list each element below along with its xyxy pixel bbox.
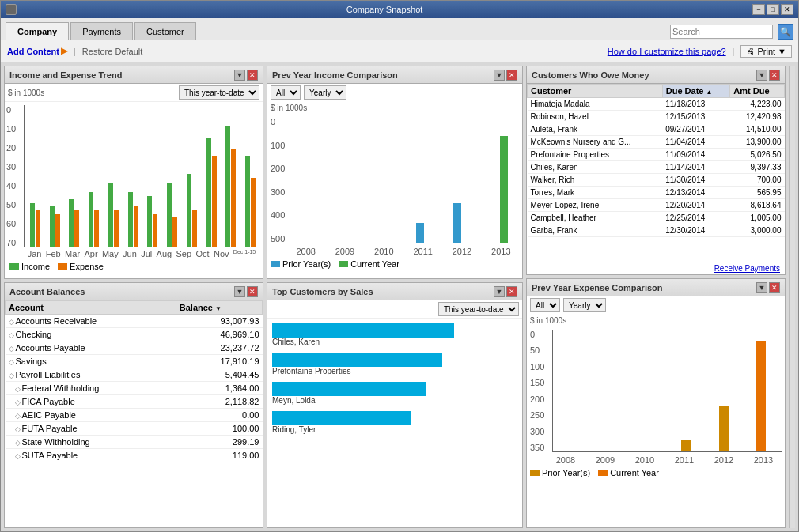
- y-axis-labels: 70 60 50 40 30 20 10 0: [6, 105, 24, 247]
- account-balances-header: Account Balances ▼ ✕: [5, 283, 263, 300]
- customize-link[interactable]: How do I customize this page?: [608, 47, 726, 56]
- prev-expense-chart: 350 300 250 200 150 100 50 0: [530, 330, 782, 452]
- toolbar: Add Content ▶ | Restore Default How do I…: [1, 40, 798, 62]
- customer-name-4: Riding, Tyler: [272, 425, 517, 434]
- customer-bar-item: Meyn, Loida: [272, 382, 517, 405]
- close-top-customers-button[interactable]: ✕: [506, 286, 517, 297]
- owe-table-scroll[interactable]: Customer Due Date ▲ Amt Due Himateja Mad…: [527, 84, 785, 262]
- prev-expense-legend: Prior Year(s) Current Year: [527, 465, 785, 481]
- balance-col-header[interactable]: Balance ▼: [176, 301, 262, 315]
- add-content-button[interactable]: Add Content ▶: [7, 46, 67, 56]
- x-axis-labels: Jan Feb Mar Apr May Jun Jul Aug Sep Oct …: [6, 249, 261, 258]
- search-input[interactable]: [670, 25, 773, 39]
- account-col-header[interactable]: Account: [6, 301, 176, 315]
- owe-due-date-col[interactable]: Due Date ▲: [662, 85, 730, 98]
- middle-column: Prev Year Income Comparison ▼ ✕ All Year…: [267, 66, 523, 528]
- prev-year-expense-title: Prev Year Expense Comparison: [532, 283, 663, 292]
- income-expense-title: Income and Expense Trend: [9, 70, 122, 80]
- left-column: Income and Expense Trend ▼ ✕ $ in 1000s …: [4, 66, 263, 528]
- chart-legend: Income Expense: [6, 258, 261, 274]
- prev-income-yearly-select[interactable]: Yearly: [304, 85, 346, 100]
- prev-expense-y-label: $ in 1000s: [530, 316, 566, 325]
- top-customers-toolbar: This year-to-date: [267, 300, 522, 319]
- account-row: ◇FUTA Payable 100.00: [6, 422, 263, 436]
- receive-payments-link[interactable]: Receive Payments: [714, 264, 780, 273]
- owe-amt-col[interactable]: Amt Due: [730, 85, 785, 98]
- customer-bar-item: Prefontaine Properties: [272, 353, 517, 375]
- prev-year-expense-header: Prev Year Expense Comparison ▼ ✕: [527, 279, 785, 296]
- owe-row: Torres, Mark 12/13/2014 565.95: [528, 187, 785, 199]
- tab-customer[interactable]: Customer: [134, 22, 196, 40]
- income-expense-panel: Income and Expense Trend ▼ ✕ $ in 1000s …: [4, 66, 263, 279]
- prev-income-legend: Prior Year(s) Current Year: [267, 256, 522, 272]
- customer-name-3: Meyn, Loida: [272, 396, 517, 405]
- top-customers-header: Top Customers by Sales ▼ ✕: [267, 283, 522, 300]
- close-owe-button[interactable]: ✕: [769, 70, 780, 81]
- customer-bar-item: Riding, Tyler: [272, 411, 517, 434]
- owe-row: Chiles, Karen 11/14/2014 9,397.33: [528, 161, 785, 174]
- customers-owe-header: Customers Who Owe Money ▼ ✕: [527, 66, 785, 84]
- prev-income-chart: 500 400 300 200 100 0: [271, 117, 519, 243]
- prev-income-all-select[interactable]: All: [271, 85, 301, 100]
- owe-row: Garba, Frank 12/30/2014 3,000.00: [528, 224, 785, 237]
- account-row: ◇Checking 46,969.10: [6, 328, 263, 341]
- owe-row: Himateja Madala 11/18/2013 4,223.00: [528, 98, 785, 111]
- account-row: ◇Federal Withholding 1,364.00: [6, 382, 263, 395]
- owe-table: Customer Due Date ▲ Amt Due Himateja Mad…: [527, 84, 785, 237]
- right-column: Customers Who Owe Money ▼ ✕ Customer Due…: [526, 66, 786, 528]
- y-axis-label: $ in 1000s: [8, 89, 44, 97]
- customer-bar-1: [272, 323, 454, 338]
- tab-payments[interactable]: Payments: [70, 22, 133, 40]
- close-prev-expense-button[interactable]: ✕: [769, 282, 780, 293]
- bars-container: [24, 105, 261, 247]
- main-content: Income and Expense Trend ▼ ✕ $ in 1000s …: [1, 62, 798, 531]
- account-row: ◇Savings 17,910.19: [6, 355, 263, 368]
- customers-owe-title: Customers Who Owe Money: [532, 70, 649, 80]
- collapse-button[interactable]: ▼: [234, 70, 245, 81]
- expense-legend-color: [58, 263, 67, 270]
- owe-row: Auleta, Frank 09/27/2014 14,510.00: [528, 123, 785, 136]
- account-row: ◇Accounts Payable 23,237.72: [6, 341, 263, 355]
- prev-year-income-header: Prev Year Income Comparison ▼ ✕: [267, 66, 522, 84]
- top-customers-date-select[interactable]: This year-to-date: [438, 302, 519, 316]
- customer-bar-3: [272, 382, 426, 396]
- prev-expense-all-select[interactable]: All: [530, 298, 560, 312]
- search-button[interactable]: 🔍: [778, 24, 793, 40]
- top-customers-title: Top Customers by Sales: [272, 287, 373, 296]
- collapse-prev-income-button[interactable]: ▼: [494, 70, 505, 81]
- separator: |: [74, 47, 76, 56]
- tab-company[interactable]: Company: [6, 22, 69, 40]
- owe-row: Campbell, Heather 12/25/2014 1,005.00: [528, 212, 785, 224]
- prev-income-filter-bar: All Yearly: [267, 84, 522, 101]
- account-balances-panel: Account Balances ▼ ✕ Account Balance: [4, 282, 263, 528]
- account-table-scroll[interactable]: Account Balance ▼ ◇Accounts Receivable 9…: [5, 300, 263, 527]
- prev-year-income-panel: Prev Year Income Comparison ▼ ✕ All Year…: [267, 66, 523, 279]
- collapse-prev-expense-button[interactable]: ▼: [756, 282, 767, 293]
- date-range-select[interactable]: This year-to-date: [179, 85, 259, 100]
- print-button[interactable]: 🖨 Print ▼: [740, 45, 792, 58]
- customer-name-1: Chiles, Karen: [272, 338, 517, 346]
- collapse-owe-button[interactable]: ▼: [756, 70, 767, 81]
- collapse-top-customers-button[interactable]: ▼: [494, 286, 505, 297]
- close-account-button[interactable]: ✕: [247, 286, 258, 297]
- prev-year-income-title: Prev Year Income Comparison: [272, 70, 398, 80]
- owe-row: Meyer-Lopez, Irene 12/20/2014 8,618.64: [528, 199, 785, 212]
- chart-area: 70 60 50 40 30 20 10 0: [5, 102, 263, 278]
- maximize-button[interactable]: □: [767, 4, 779, 15]
- restore-default-link[interactable]: Restore Default: [82, 47, 142, 56]
- minimize-button[interactable]: −: [752, 4, 765, 15]
- close-panel-button[interactable]: ✕: [247, 70, 258, 81]
- prev-expense-filter-bar: All Yearly: [527, 296, 785, 314]
- account-balances-title: Account Balances: [9, 287, 85, 296]
- main-scrollbar[interactable]: [789, 66, 795, 528]
- close-button[interactable]: ✕: [781, 4, 793, 15]
- account-row: ◇Accounts Receivable 93,007.93: [6, 315, 263, 328]
- collapse-account-button[interactable]: ▼: [234, 286, 245, 297]
- owe-customer-col[interactable]: Customer: [528, 85, 663, 98]
- window-title: Company Snapshot: [17, 5, 752, 14]
- prev-expense-yearly-select[interactable]: Yearly: [563, 298, 606, 312]
- owe-row: McKeown's Nursery and G... 11/04/2014 13…: [528, 136, 785, 149]
- panel-controls: ▼ ✕: [234, 70, 258, 81]
- close-prev-income-button[interactable]: ✕: [506, 70, 517, 81]
- income-legend-color: [9, 263, 19, 270]
